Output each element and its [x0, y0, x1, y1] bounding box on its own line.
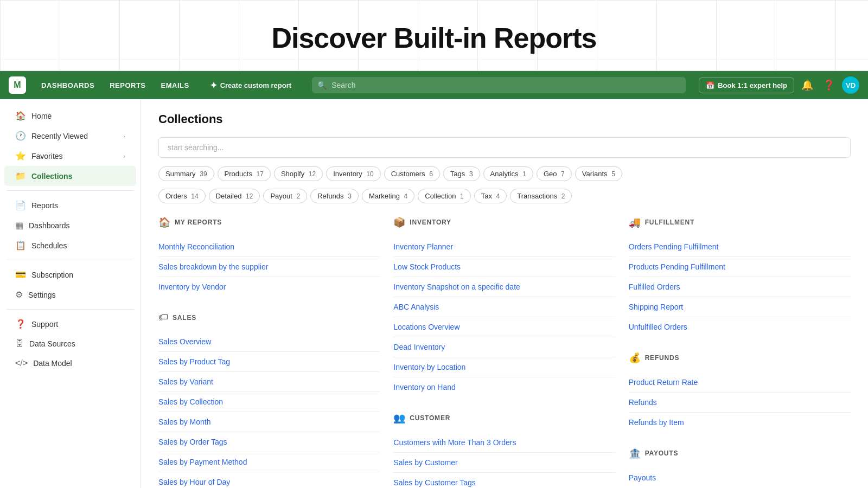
sidebar-item-support[interactable]: ❓ Support	[4, 314, 136, 334]
filter-tab-transactions[interactable]: Transactions 2	[510, 189, 572, 203]
filter-tab-analytics[interactable]: Analytics 1	[483, 166, 533, 181]
sidebar-item-schedules[interactable]: 📋 Schedules	[4, 235, 136, 255]
report-sales-by-customer[interactable]: Sales by Customer	[393, 453, 615, 473]
top-nav: M DASHBOARDS REPORTS EMAILS ✦ Create cus…	[0, 71, 868, 99]
filter-tab-inventory[interactable]: Inventory 10	[326, 166, 380, 181]
nav-links: DASHBOARDS REPORTS EMAILS	[35, 78, 196, 93]
schedules-icon: 📋	[15, 240, 26, 251]
notifications-button[interactable]: 🔔	[799, 76, 816, 94]
create-label: Create custom report	[220, 81, 291, 89]
filter-tab-geo[interactable]: Geo 7	[537, 166, 572, 181]
section-refunds: 💰 REFUNDS Product Return Rate Refunds Re…	[629, 352, 851, 432]
sidebar-item-recently-viewed[interactable]: 🕐 Recently Viewed ›	[4, 126, 136, 146]
sidebar-subscription-label: Subscription	[31, 271, 73, 279]
report-refunds[interactable]: Refunds	[629, 393, 851, 413]
user-avatar[interactable]: VD	[842, 76, 859, 94]
report-inventory-by-vendor[interactable]: Inventory by Vendor	[158, 277, 380, 297]
expert-label: Book 1:1 expert help	[718, 81, 787, 89]
report-customers-3-orders[interactable]: Customers with More Than 3 Orders	[393, 433, 615, 453]
sidebar-item-home[interactable]: 🏠 Home	[4, 106, 136, 126]
collection-search-input[interactable]	[158, 137, 851, 158]
sidebar-item-collections[interactable]: 📁 Collections	[4, 166, 136, 186]
report-inventory-by-location[interactable]: Inventory by Location	[393, 357, 615, 377]
report-locations-overview[interactable]: Locations Overview	[393, 317, 615, 337]
sidebar-data-model-label: Data Model	[33, 359, 72, 368]
report-fulfilled-orders[interactable]: Fulfilled Orders	[629, 277, 851, 297]
report-low-stock-products[interactable]: Low Stock Products	[393, 257, 615, 277]
report-sales-by-payment-method[interactable]: Sales by Payment Method	[158, 452, 380, 472]
report-sales-overview[interactable]: Sales Overview	[158, 332, 380, 352]
section-fulfillment: 🚚 FULFILLMENT Orders Pending Fulfillment…	[629, 216, 851, 337]
filter-tab-tags[interactable]: Tags 3	[443, 166, 480, 181]
calendar-icon: 📅	[706, 81, 714, 89]
logo[interactable]: M	[9, 76, 26, 94]
support-icon: ❓	[15, 319, 26, 329]
search-input[interactable]	[312, 77, 686, 93]
sidebar-dashboards-label: Dashboards	[29, 221, 70, 230]
filter-tab-shopify[interactable]: Shopify 12	[274, 166, 323, 181]
sidebar-settings-label: Settings	[28, 291, 56, 299]
report-sales-by-collection[interactable]: Sales by Collection	[158, 392, 380, 412]
sidebar-item-data-sources[interactable]: 🗄 Data Sources	[4, 334, 136, 354]
filter-tab-refunds[interactable]: Refunds 3	[310, 189, 359, 203]
report-sales-by-hour-of-day[interactable]: Sales by Hour of Day	[158, 472, 380, 488]
my-reports-title: MY REPORTS	[175, 219, 222, 226]
report-abc-analysis[interactable]: ABC Analysis	[393, 297, 615, 317]
report-sales-by-customer-tags[interactable]: Sales by Customer Tags	[393, 473, 615, 488]
search-icon: 🔍	[317, 81, 327, 89]
data-model-icon: </>	[15, 358, 28, 368]
sidebar-schedules-label: Schedules	[31, 241, 67, 250]
filter-tab-summary[interactable]: Summary 39	[158, 166, 214, 181]
hero-title: Discover Built-in Reports	[0, 22, 868, 54]
nav-dashboards[interactable]: DASHBOARDS	[35, 78, 101, 93]
report-sales-by-variant[interactable]: Sales by Variant	[158, 372, 380, 392]
sidebar-item-reports[interactable]: 📄 Reports	[4, 195, 136, 215]
fulfillment-icon: 🚚	[629, 216, 641, 228]
inventory-icon: 📦	[393, 216, 405, 228]
sidebar-item-data-model[interactable]: </> Data Model	[4, 354, 136, 373]
report-payouts[interactable]: Payouts	[629, 468, 851, 487]
filter-tab-variants[interactable]: Variants 5	[575, 166, 622, 181]
report-shipping-report[interactable]: Shipping Report	[629, 297, 851, 317]
sidebar-item-subscription[interactable]: 💳 Subscription	[4, 265, 136, 285]
nav-reports[interactable]: REPORTS	[103, 78, 152, 93]
sidebar-item-dashboards[interactable]: ▦ Dashboards	[4, 215, 136, 235]
sidebar-item-favorites[interactable]: ⭐ Favorites ›	[4, 146, 136, 166]
report-orders-pending-fulfillment[interactable]: Orders Pending Fulfillment	[629, 237, 851, 257]
report-refunds-by-item[interactable]: Refunds by Item	[629, 413, 851, 432]
report-dead-inventory[interactable]: Dead Inventory	[393, 337, 615, 357]
filter-tab-products[interactable]: Products 17	[218, 166, 271, 181]
nav-emails[interactable]: EMAILS	[155, 78, 196, 93]
inventory-title: INVENTORY	[410, 219, 451, 226]
sidebar-item-settings[interactable]: ⚙ Settings	[4, 285, 136, 305]
filter-tab-tax[interactable]: Tax 4	[474, 189, 507, 203]
payouts-title: PAYOUTS	[645, 450, 679, 457]
report-product-return-rate[interactable]: Product Return Rate	[629, 373, 851, 393]
filter-tab-orders[interactable]: Orders 14	[158, 189, 206, 203]
sidebar-reports-label: Reports	[31, 201, 58, 210]
report-inventory-planner[interactable]: Inventory Planner	[393, 237, 615, 257]
report-sales-by-month[interactable]: Sales by Month	[158, 412, 380, 432]
refunds-icon: 💰	[629, 352, 641, 364]
report-sales-by-product-tag[interactable]: Sales by Product Tag	[158, 352, 380, 372]
customer-title: CUSTOMER	[410, 414, 450, 422]
report-sales-breakdown-supplier[interactable]: Sales breakdown by the supplier	[158, 257, 380, 277]
report-unfulfilled-orders[interactable]: Unfulfilled Orders	[629, 317, 851, 337]
folder-icon: 📁	[15, 171, 26, 181]
report-monthly-reconciliation[interactable]: Monthly Reconciliation	[158, 237, 380, 257]
report-inventory-on-hand[interactable]: Inventory on Hand	[393, 377, 615, 397]
report-sales-by-order-tags[interactable]: Sales by Order Tags	[158, 432, 380, 452]
report-inventory-snapshot[interactable]: Inventory Snapshot on a specific date	[393, 277, 615, 297]
filter-tab-collection[interactable]: Collection 1	[418, 189, 470, 203]
filter-tab-marketing[interactable]: Marketing 4	[362, 189, 414, 203]
filter-tab-payout[interactable]: Payout 2	[263, 189, 307, 203]
section-customer: 👥 CUSTOMER Customers with More Than 3 Or…	[393, 412, 615, 488]
hero-section: Discover Built-in Reports	[0, 0, 868, 71]
filter-tab-detailed[interactable]: Detailed 12	[209, 189, 260, 203]
create-custom-report-button[interactable]: ✦ Create custom report	[202, 77, 299, 94]
sidebar-support-label: Support	[31, 320, 58, 329]
expert-help-button[interactable]: 📅 Book 1:1 expert help	[699, 78, 794, 93]
report-products-pending-fulfillment[interactable]: Products Pending Fulfillment	[629, 257, 851, 277]
help-button[interactable]: ❓	[820, 76, 838, 94]
filter-tab-customers[interactable]: Customers 6	[384, 166, 440, 181]
